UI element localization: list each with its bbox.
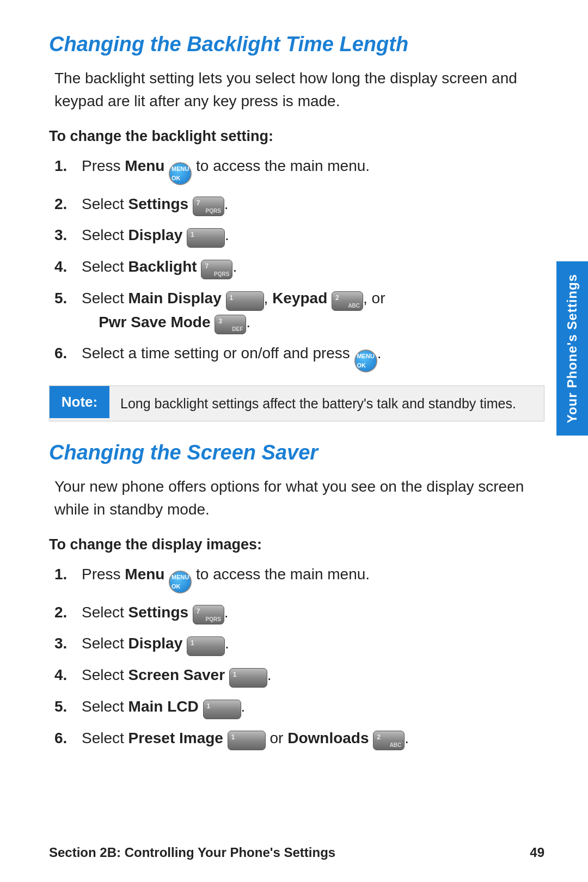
step-num-1: 1.	[54, 155, 82, 177]
s2-step-2: 2. Select Settings 7 PQRS .	[54, 601, 544, 625]
s2-settings-icon: 7 PQRS	[193, 605, 224, 624]
section1-title: Changing the Backlight Time Length	[49, 33, 544, 56]
s2-step-content-2: Select Settings 7 PQRS .	[82, 601, 544, 625]
s2-step-content-6: Select Preset Image 1 or Downloads 2 ABC…	[82, 727, 544, 751]
s2-step-content-4: Select Screen Saver 1 .	[82, 664, 544, 688]
s2-step-num-2: 2.	[54, 601, 82, 624]
step-num-6: 6.	[54, 342, 82, 365]
section2-subheading: To change the display images:	[49, 536, 544, 553]
main-display-icon: 1	[226, 291, 264, 311]
step-num-2: 2.	[54, 193, 82, 216]
footer: Section 2B: Controlling Your Phone's Set…	[0, 845, 588, 860]
section1-steps: 1. Press Menu MENUOK to access the main …	[49, 155, 544, 372]
footer-page: 49	[530, 845, 544, 860]
display-icon-1: 1	[187, 228, 225, 248]
step-num-4: 4.	[54, 255, 82, 278]
s2-step-content-1: Press Menu MENUOK to access the main men…	[82, 563, 544, 593]
step-content-1: Press Menu MENUOK to access the main men…	[82, 155, 544, 185]
step-content-3: Select Display 1 .	[82, 224, 544, 248]
s2-step-num-4: 4.	[54, 664, 82, 687]
s2-step-num-3: 3.	[54, 632, 82, 655]
step-3: 3. Select Display 1 .	[54, 224, 544, 248]
menu-icon-1: MENUOK	[169, 162, 192, 185]
s2-step-content-3: Select Display 1 .	[82, 632, 544, 656]
s2-step-num-5: 5.	[54, 695, 82, 718]
note-label: Note:	[50, 386, 109, 418]
step-1: 1. Press Menu MENUOK to access the main …	[54, 155, 544, 185]
s2-presetimage-icon: 1	[228, 731, 266, 750]
note-text: Long backlight settings affect the batte…	[109, 386, 527, 421]
section2-steps: 1. Press Menu MENUOK to access the main …	[49, 563, 544, 750]
side-tab: Your Phone's Settings	[556, 261, 588, 436]
side-tab-text: Your Phone's Settings	[565, 274, 580, 423]
s2-display-icon: 1	[187, 636, 225, 656]
s2-downloads-icon: 2 ABC	[373, 731, 405, 750]
s2-menu-icon-1: MENUOK	[169, 571, 192, 593]
page-container: Your Phone's Settings Changing the Backl…	[0, 0, 588, 882]
section1-subheading: To change the backlight setting:	[49, 128, 544, 145]
s2-screensaver-icon: 1	[229, 668, 267, 688]
menu-icon-2: MENUOK	[354, 350, 377, 372]
keypad-icon: 2 ABC	[332, 291, 363, 311]
s2-step-6: 6. Select Preset Image 1 or Downloads 2 …	[54, 727, 544, 751]
note-box: Note: Long backlight settings affect the…	[49, 385, 544, 421]
step-content-5: Select Main Display 1 , Keypad 2 ABC , o…	[82, 287, 544, 335]
s2-step-3: 3. Select Display 1 .	[54, 632, 544, 656]
s2-step-5: 5. Select Main LCD 1 .	[54, 695, 544, 719]
s2-step-1: 1. Press Menu MENUOK to access the main …	[54, 563, 544, 593]
s2-step-content-5: Select Main LCD 1 .	[82, 695, 544, 719]
step-num-3: 3.	[54, 224, 82, 247]
settings-icon: 7 PQRS	[193, 197, 224, 216]
s2-mainlcd-icon: 1	[203, 700, 241, 719]
s2-step-num-6: 6.	[54, 727, 82, 750]
s2-step-num-1: 1.	[54, 563, 82, 586]
section2-intro: Your new phone offers options for what y…	[49, 475, 544, 521]
section2-title: Changing the Screen Saver	[49, 441, 544, 464]
step-5: 5. Select Main Display 1 , Keypad 2 ABC …	[54, 287, 544, 335]
backlight-icon: 7 PQRS	[201, 260, 232, 279]
s2-step-4: 4. Select Screen Saver 1 .	[54, 664, 544, 688]
footer-section: Section 2B: Controlling Your Phone's Set…	[49, 845, 335, 860]
step-2: 2. Select Settings 7 PQRS .	[54, 193, 544, 217]
pwrsave-icon: 3 DEF	[215, 315, 246, 334]
step-num-5: 5.	[54, 287, 82, 310]
step-4: 4. Select Backlight 7 PQRS .	[54, 255, 544, 279]
section1-intro: The backlight setting lets you select ho…	[49, 67, 544, 113]
step-content-4: Select Backlight 7 PQRS .	[82, 255, 544, 279]
step-6: 6. Select a time setting or on/off and p…	[54, 342, 544, 372]
step-content-2: Select Settings 7 PQRS .	[82, 193, 544, 217]
step-content-6: Select a time setting or on/off and pres…	[82, 342, 544, 372]
